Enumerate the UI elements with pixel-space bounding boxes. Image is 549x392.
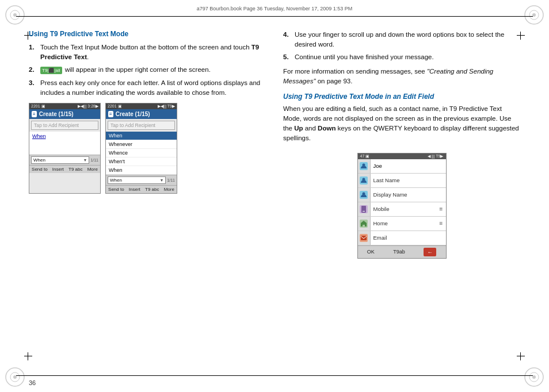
phone-1-body-word: When: [32, 133, 46, 139]
corner-decoration-tr: [524, 5, 544, 25]
email-icon: [360, 234, 368, 242]
step-3: 3. Press each key only once for each let…: [29, 78, 266, 97]
edit-row-joe: Joe: [358, 159, 446, 174]
phone-1-counter: 1/11: [90, 158, 98, 162]
edit-joe-text: Joe: [371, 161, 446, 171]
phone-2-recipient-text: Tap to Add Recipient: [110, 122, 155, 128]
edit-status-left: 47 ▣: [360, 154, 370, 159]
phone-2-send: Send to: [108, 187, 124, 192]
phone-2-recipient: Tap to Add Recipient: [108, 121, 175, 130]
corner-decoration-tl: [5, 5, 25, 25]
page-number: 36: [29, 379, 36, 386]
phone-1-recipient-text: Tap to Add Recipient: [34, 122, 79, 128]
edit-statusbar: 47 ▣ ◀ ||| T9▶: [358, 153, 446, 159]
phone-2-titlebar: ≡ Create (1/15): [106, 109, 177, 119]
step-3-text: Press each key only once for each letter…: [40, 78, 266, 97]
phone-1-status-left: 2201 ▣: [31, 104, 45, 109]
edit-icon-person-joe: [358, 159, 371, 173]
step-2: 2. T9|⬛|all will appear in the upper rig…: [29, 65, 266, 75]
step-5: 5. Continue until you have finished your…: [283, 52, 520, 62]
edit-ok-button[interactable]: OK: [367, 249, 375, 255]
phone-1-status-right: ▶◀||| 3:28▶: [78, 104, 98, 109]
edit-bottom-bar: OK T9ab ←: [358, 245, 446, 258]
edit-icon-mobile: [358, 202, 371, 216]
step-4-text: Use your finger to scroll up and down th…: [295, 30, 520, 49]
phone-1-dropdown-arrow: ▼: [83, 158, 87, 162]
phone-2-dropdown-arrow: ▼: [159, 178, 163, 182]
phone-2-input-word: When: [110, 178, 122, 183]
edit-field-para: When you are editing a field, such as a …: [283, 104, 520, 144]
corner-decoration-bl: [5, 367, 25, 387]
edit-t9-label: T9ab: [393, 249, 405, 255]
edit-row-displayname: Display Name: [358, 188, 446, 202]
home-icon: [360, 220, 368, 228]
phone-2-counter: 1/11: [167, 178, 175, 182]
header-line: [16, 16, 533, 17]
phone-1-bottom-bar: Send to Insert T9 abc More: [29, 165, 100, 173]
word-option-whent: When't: [106, 157, 177, 166]
phone-2-title: Create (1/15): [116, 111, 150, 117]
word-option-when-1: When: [106, 132, 177, 140]
edit-lastname-text: Last Name: [371, 175, 446, 185]
phone-1-more: More: [87, 167, 98, 172]
phone-1-statusbar: 2201 ▣ ▶◀||| 3:28▶: [29, 103, 100, 109]
person-icon-3: [360, 191, 368, 199]
edit-displayname-text: Display Name: [371, 190, 446, 199]
corner-decoration-br: [524, 367, 544, 387]
footer-line: [16, 375, 533, 376]
svg-rect-15: [361, 206, 366, 213]
right-column: 4. Use your finger to scroll up and down…: [283, 24, 520, 368]
step-4-num: 4.: [283, 30, 291, 49]
edit-icon-person-lastname: [358, 174, 371, 187]
phone-1-input-bar: When ▼ 1/11: [29, 155, 100, 165]
step-1: 1. Touch the Text Input Mode button at t…: [29, 43, 266, 62]
word-option-whenever: Whenever: [106, 140, 177, 149]
step-1-text: Touch the Text Input Mode button at the …: [40, 43, 266, 62]
phone-1-title-icon: ≡: [32, 111, 37, 117]
step-4: 4. Use your finger to scroll up and down…: [283, 30, 520, 49]
phone-2-input-field: When ▼: [108, 176, 166, 184]
edit-email-text: Email: [371, 233, 446, 243]
phone-screen-2: 2201 ▣ ▶◀||| T9▶ ≡ Create (1/15) Tap to …: [105, 103, 177, 194]
edit-status-right: ◀ ||| T9▶: [428, 154, 443, 159]
step-1-num: 1.: [29, 43, 37, 62]
sub-heading: Using T9 Predictive Text Mode in an Edit…: [283, 93, 520, 101]
phone-1-insert: Insert: [52, 167, 64, 172]
phone-2-t9: T9 abc: [145, 187, 159, 192]
step-5-text: Continue until you have finished your me…: [295, 52, 434, 62]
edit-backspace-button[interactable]: ←: [424, 248, 436, 256]
word-option-whence: Whence: [106, 149, 177, 157]
edit-home-text: Home: [371, 218, 437, 228]
edit-mobile-text: Mobile: [371, 204, 437, 214]
header-text: a797 Bourbon.book Page 36 Tuesday, Novem…: [197, 6, 353, 11]
phone-2-bottom-bar: Send to Insert T9 abc More: [106, 185, 177, 193]
phone-2-title-icon: ≡: [108, 111, 113, 117]
svg-rect-16: [363, 211, 365, 212]
edit-row-mobile: Mobile ≡: [358, 202, 446, 217]
phone-1-recipient: Tap to Add Recipient: [31, 121, 98, 130]
edit-home-menu-icon: ≡: [437, 220, 446, 226]
step-2-num: 2.: [29, 65, 37, 75]
steps-list: 1. Touch the Text Input Mode button at t…: [29, 43, 266, 97]
person-icon: [360, 162, 368, 170]
edit-icon-person-display: [358, 188, 371, 202]
phone-2-status-right: ▶◀||| T9▶: [158, 104, 175, 109]
phone-2-input-bar: When ▼ 1/11: [106, 175, 177, 185]
main-heading: Using T9 Predictive Text Mode: [29, 30, 266, 38]
phone-1-input-field: When ▼: [31, 156, 89, 164]
edit-icon-home: [358, 217, 371, 230]
edit-row-lastname: Last Name: [358, 174, 446, 188]
edit-row-email: Email: [358, 231, 446, 245]
main-content: Using T9 Predictive Text Mode 1. Touch t…: [29, 24, 520, 368]
left-column: Using T9 Predictive Text Mode 1. Touch t…: [29, 24, 266, 368]
t9-badge: T9|⬛|all: [40, 67, 62, 75]
phone-1-t9: T9 abc: [68, 167, 82, 172]
edit-icon-email: [358, 231, 371, 245]
phone-2-more: More: [164, 187, 174, 192]
phone-screenshots: 2201 ▣ ▶◀||| 3:28▶ ≡ Create (1/15) Tap t…: [29, 103, 266, 194]
svg-rect-17: [361, 236, 367, 240]
phone-1-input-word: When: [33, 157, 45, 163]
step-5-num: 5.: [283, 52, 291, 62]
person-icon-2: [360, 176, 368, 185]
step-2-text: T9|⬛|all will appear in the upper right …: [40, 65, 211, 75]
